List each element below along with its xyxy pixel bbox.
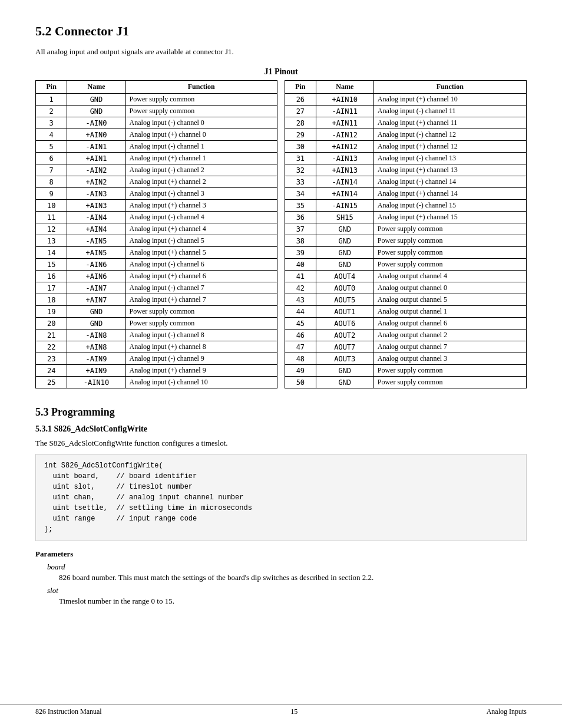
- table-row: 33-AIN14Analog input (-) channel 14: [285, 176, 527, 188]
- table-row: 32+AIN13Analog input (+) channel 13: [285, 164, 527, 176]
- left-col-name: Name: [67, 81, 125, 94]
- table-row: 17-AIN7Analog input (-) channel 7: [36, 282, 277, 294]
- footer-left: 826 Instruction Manual: [35, 707, 102, 716]
- subsection-heading: 5.3.1 S826_AdcSlotConfigWrite: [35, 424, 527, 434]
- table-row: 4+AIN0Analog input (+) channel 0: [36, 129, 277, 141]
- table-row: 41AOUT4Analog output channel 4: [285, 271, 527, 282]
- table-row: 5-AIN1Analog input (-) channel 1: [36, 141, 277, 153]
- param-name: slot: [47, 586, 527, 595]
- table-row: 46AOUT2Analog output channel 2: [285, 330, 527, 341]
- left-col-function: Function: [125, 81, 277, 94]
- right-col-pin: Pin: [285, 81, 316, 94]
- table-row: 8+AIN2Analog input (+) channel 2: [36, 176, 277, 188]
- table-row: 50GNDPower supply common: [285, 377, 527, 388]
- param-name: board: [47, 562, 527, 572]
- table-row: 20GNDPower supply common: [36, 318, 277, 330]
- table-row: 42AOUT0Analog output channel 0: [285, 282, 527, 294]
- pinout-table-wrapper: Pin Name Function 1GNDPower supply commo…: [35, 80, 527, 388]
- table-row: 21-AIN8Analog input (-) channel 8: [36, 330, 277, 341]
- table-row: 47AOUT7Analog output channel 7: [285, 341, 527, 353]
- table-row: 44AOUT1Analog output channel 1: [285, 306, 527, 318]
- table-row: 9-AIN3Analog input (-) channel 3: [36, 188, 277, 200]
- table-row: 45AOUT6Analog output channel 6: [285, 318, 527, 330]
- table-row: 19GNDPower supply common: [36, 306, 277, 318]
- table-row: 13-AIN5Analog input (-) channel 5: [36, 235, 277, 247]
- table-row: 12+AIN4Analog input (+) channel 4: [36, 223, 277, 235]
- table-row: 37GNDPower supply common: [285, 223, 527, 235]
- subsection-adc: 5.3.1 S826_AdcSlotConfigWrite The S826_A…: [35, 424, 527, 606]
- subsection-description: The S826_AdcSlotConfigWrite function con…: [35, 439, 527, 448]
- table-title: J1 Pinout: [35, 67, 527, 77]
- right-col-name: Name: [316, 81, 373, 94]
- table-row: 11-AIN4Analog input (-) channel 4: [36, 212, 277, 223]
- programming-section: 5.3 Programming 5.3.1 S826_AdcSlotConfig…: [35, 406, 527, 606]
- section-subtitle: All analog input and output signals are …: [35, 47, 527, 57]
- table-row: 40GNDPower supply common: [285, 259, 527, 271]
- table-row: 34+AIN14Analog input (+) channel 14: [285, 188, 527, 200]
- params-section: Parameters board826 board number. This m…: [35, 549, 527, 606]
- table-row: 28+AIN11Analog input (+) channel 11: [285, 117, 527, 129]
- programming-heading: 5.3 Programming: [35, 406, 527, 419]
- table-row: 7-AIN2Analog input (-) channel 2: [36, 164, 277, 176]
- table-row: 2GNDPower supply common: [36, 106, 277, 117]
- table-row: 14+AIN5Analog input (+) channel 5: [36, 247, 277, 259]
- table-row: 39GNDPower supply common: [285, 247, 527, 259]
- table-row: 29-AIN12Analog input (-) channel 12: [285, 129, 527, 141]
- table-row: 35-AIN15Analog input (-) channel 15: [285, 200, 527, 212]
- section-heading: 5.2 Connector J1: [35, 24, 527, 39]
- table-row: 38GNDPower supply common: [285, 235, 527, 247]
- params-title: Parameters: [35, 549, 527, 559]
- param-desc: 826 board number. This must match the se…: [59, 573, 527, 582]
- left-pin-table: Pin Name Function 1GNDPower supply commo…: [35, 80, 277, 388]
- table-row: 30+AIN12Analog input (+) channel 12: [285, 141, 527, 153]
- right-col-function: Function: [373, 81, 526, 94]
- right-pin-table: Pin Name Function 26+AIN10Analog input (…: [285, 80, 527, 388]
- param-desc: Timeslot number in the range 0 to 15.: [59, 597, 527, 606]
- table-row: 22+AIN8Analog input (+) channel 8: [36, 341, 277, 353]
- table-row: 48AOUT3Analog output channel 3: [285, 353, 527, 365]
- table-row: 24+AIN9Analog input (+) channel 9: [36, 365, 277, 377]
- table-row: 25-AIN10Analog input (-) channel 10: [36, 377, 277, 388]
- table-row: 43AOUT5Analog output channel 5: [285, 294, 527, 306]
- table-row: 16+AIN6Analog input (+) channel 6: [36, 271, 277, 282]
- table-row: 10+AIN3Analog input (+) channel 3: [36, 200, 277, 212]
- footer-center: 15: [290, 707, 297, 716]
- table-row: 15-AIN6Analog input (-) channel 6: [36, 259, 277, 271]
- table-row: 49GNDPower supply common: [285, 365, 527, 377]
- page-footer: 826 Instruction Manual 15 Analog Inputs: [0, 704, 562, 716]
- footer-right: Analog Inputs: [487, 707, 527, 716]
- table-row: 3-AIN0Analog input (-) channel 0: [36, 117, 277, 129]
- table-row: 1GNDPower supply common: [36, 94, 277, 106]
- code-block: int S826_AdcSlotConfigWrite( uint board,…: [35, 454, 527, 541]
- table-row: 23-AIN9Analog input (-) channel 9: [36, 353, 277, 365]
- left-col-pin: Pin: [36, 81, 67, 94]
- table-row: 27-AIN11Analog input (-) channel 11: [285, 106, 527, 117]
- table-row: 36SH15Analog input (+) channel 15: [285, 212, 527, 223]
- table-row: 26+AIN10Analog input (+) channel 10: [285, 94, 527, 106]
- table-row: 6+AIN1Analog input (+) channel 1: [36, 153, 277, 164]
- table-row: 31-AIN13Analog input (-) channel 13: [285, 153, 527, 164]
- table-row: 18+AIN7Analog input (+) channel 7: [36, 294, 277, 306]
